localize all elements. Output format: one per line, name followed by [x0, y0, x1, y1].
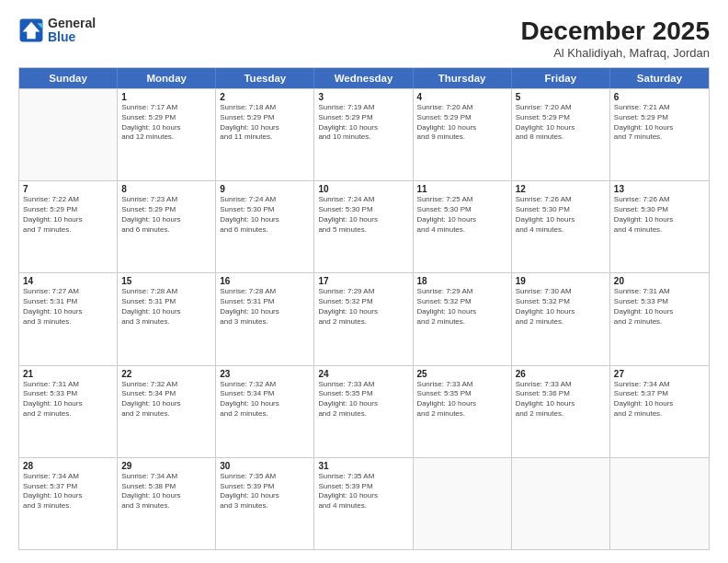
cell-info: Sunrise: 7:35 AM Sunset: 5:39 PM Dayligh…	[220, 472, 310, 511]
cal-cell-day-23: 23Sunrise: 7:32 AM Sunset: 5:34 PM Dayli…	[216, 366, 314, 457]
header-day-saturday: Saturday	[610, 68, 709, 88]
day-number: 13	[614, 184, 705, 194]
cal-cell-day-4: 4Sunrise: 7:20 AM Sunset: 5:29 PM Daylig…	[414, 89, 512, 180]
cal-cell-day-29: 29Sunrise: 7:34 AM Sunset: 5:38 PM Dayli…	[118, 458, 216, 549]
cal-cell-day-27: 27Sunrise: 7:34 AM Sunset: 5:37 PM Dayli…	[610, 366, 709, 457]
cell-info: Sunrise: 7:32 AM Sunset: 5:34 PM Dayligh…	[121, 380, 211, 419]
day-number: 30	[220, 461, 310, 471]
logo-icon	[18, 17, 44, 43]
cell-info: Sunrise: 7:28 AM Sunset: 5:31 PM Dayligh…	[121, 287, 211, 327]
cell-info: Sunrise: 7:26 AM Sunset: 5:30 PM Dayligh…	[614, 195, 705, 235]
logo: General Blue	[18, 17, 96, 45]
cal-cell-day-3: 3Sunrise: 7:19 AM Sunset: 5:29 PM Daylig…	[314, 89, 413, 180]
day-number: 24	[318, 369, 408, 379]
day-number: 28	[23, 461, 113, 471]
cell-info: Sunrise: 7:25 AM Sunset: 5:30 PM Dayligh…	[417, 195, 507, 235]
cell-info: Sunrise: 7:27 AM Sunset: 5:31 PM Dayligh…	[23, 287, 113, 327]
day-number: 18	[417, 276, 507, 286]
day-number: 1	[121, 92, 211, 102]
calendar-body: 1Sunrise: 7:17 AM Sunset: 5:29 PM Daylig…	[19, 88, 709, 549]
cal-cell-day-10: 10Sunrise: 7:24 AM Sunset: 5:30 PM Dayli…	[314, 181, 413, 272]
day-number: 11	[417, 184, 507, 194]
day-number: 23	[220, 369, 310, 379]
cell-info: Sunrise: 7:17 AM Sunset: 5:29 PM Dayligh…	[121, 103, 211, 143]
day-number: 3	[318, 92, 408, 102]
page: General Blue December 2025 Al Khalidiyah…	[0, 0, 728, 563]
cell-info: Sunrise: 7:35 AM Sunset: 5:39 PM Dayligh…	[318, 472, 408, 511]
cell-info: Sunrise: 7:20 AM Sunset: 5:29 PM Dayligh…	[417, 103, 507, 143]
cal-cell-day-18: 18Sunrise: 7:29 AM Sunset: 5:32 PM Dayli…	[414, 273, 512, 364]
cell-info: Sunrise: 7:31 AM Sunset: 5:33 PM Dayligh…	[614, 287, 705, 327]
cell-info: Sunrise: 7:34 AM Sunset: 5:37 PM Dayligh…	[614, 380, 705, 419]
cell-info: Sunrise: 7:29 AM Sunset: 5:32 PM Dayligh…	[318, 287, 408, 327]
cal-row-1: 1Sunrise: 7:17 AM Sunset: 5:29 PM Daylig…	[19, 88, 709, 180]
day-number: 9	[220, 184, 310, 194]
cell-info: Sunrise: 7:19 AM Sunset: 5:29 PM Dayligh…	[318, 103, 408, 143]
logo-text: General Blue	[48, 17, 96, 45]
cal-cell-day-5: 5Sunrise: 7:20 AM Sunset: 5:29 PM Daylig…	[512, 89, 610, 180]
day-number: 25	[417, 369, 507, 379]
calendar-header: SundayMondayTuesdayWednesdayThursdayFrid…	[19, 68, 709, 88]
cell-info: Sunrise: 7:34 AM Sunset: 5:37 PM Dayligh…	[23, 472, 113, 511]
cell-info: Sunrise: 7:20 AM Sunset: 5:29 PM Dayligh…	[516, 103, 606, 143]
header: General Blue December 2025 Al Khalidiyah…	[18, 17, 710, 60]
day-number: 22	[121, 369, 211, 379]
cell-info: Sunrise: 7:24 AM Sunset: 5:30 PM Dayligh…	[318, 195, 408, 235]
day-number: 29	[121, 461, 211, 471]
title-block: December 2025 Al Khalidiyah, Mafraq, Jor…	[521, 17, 710, 60]
cal-cell-day-6: 6Sunrise: 7:21 AM Sunset: 5:29 PM Daylig…	[610, 89, 709, 180]
cell-info: Sunrise: 7:34 AM Sunset: 5:38 PM Dayligh…	[121, 472, 211, 511]
day-number: 4	[417, 92, 507, 102]
day-number: 12	[516, 184, 606, 194]
header-day-wednesday: Wednesday	[314, 68, 413, 88]
cal-cell-day-20: 20Sunrise: 7:31 AM Sunset: 5:33 PM Dayli…	[610, 273, 709, 364]
cal-cell-day-21: 21Sunrise: 7:31 AM Sunset: 5:33 PM Dayli…	[19, 366, 118, 457]
header-day-friday: Friday	[512, 68, 610, 88]
cal-row-2: 7Sunrise: 7:22 AM Sunset: 5:29 PM Daylig…	[19, 180, 709, 272]
day-number: 10	[318, 184, 408, 194]
day-number: 15	[121, 276, 211, 286]
cal-cell-empty	[19, 89, 118, 180]
cell-info: Sunrise: 7:33 AM Sunset: 5:36 PM Dayligh…	[516, 380, 606, 419]
cell-info: Sunrise: 7:31 AM Sunset: 5:33 PM Dayligh…	[23, 380, 113, 419]
cal-row-4: 21Sunrise: 7:31 AM Sunset: 5:33 PM Dayli…	[19, 365, 709, 457]
cal-cell-day-11: 11Sunrise: 7:25 AM Sunset: 5:30 PM Dayli…	[414, 181, 512, 272]
cell-info: Sunrise: 7:23 AM Sunset: 5:29 PM Dayligh…	[121, 195, 211, 235]
cal-cell-day-7: 7Sunrise: 7:22 AM Sunset: 5:29 PM Daylig…	[19, 181, 118, 272]
cell-info: Sunrise: 7:30 AM Sunset: 5:32 PM Dayligh…	[516, 287, 606, 327]
day-number: 26	[516, 369, 606, 379]
day-number: 7	[23, 184, 113, 194]
location: Al Khalidiyah, Mafraq, Jordan	[521, 46, 710, 60]
day-number: 20	[614, 276, 705, 286]
day-number: 8	[121, 184, 211, 194]
month-title: December 2025	[521, 17, 710, 46]
cell-info: Sunrise: 7:22 AM Sunset: 5:29 PM Dayligh…	[23, 195, 113, 235]
day-number: 21	[23, 369, 113, 379]
cal-cell-day-19: 19Sunrise: 7:30 AM Sunset: 5:32 PM Dayli…	[512, 273, 610, 364]
cell-info: Sunrise: 7:33 AM Sunset: 5:35 PM Dayligh…	[318, 380, 408, 419]
cal-cell-day-2: 2Sunrise: 7:18 AM Sunset: 5:29 PM Daylig…	[216, 89, 314, 180]
cal-cell-day-16: 16Sunrise: 7:28 AM Sunset: 5:31 PM Dayli…	[216, 273, 314, 364]
day-number: 14	[23, 276, 113, 286]
header-day-sunday: Sunday	[19, 68, 118, 88]
cal-cell-day-31: 31Sunrise: 7:35 AM Sunset: 5:39 PM Dayli…	[314, 458, 413, 549]
cal-cell-day-9: 9Sunrise: 7:24 AM Sunset: 5:30 PM Daylig…	[216, 181, 314, 272]
day-number: 2	[220, 92, 310, 102]
day-number: 31	[318, 461, 408, 471]
cell-info: Sunrise: 7:18 AM Sunset: 5:29 PM Dayligh…	[220, 103, 310, 143]
cell-info: Sunrise: 7:21 AM Sunset: 5:29 PM Dayligh…	[614, 103, 705, 143]
cal-row-3: 14Sunrise: 7:27 AM Sunset: 5:31 PM Dayli…	[19, 272, 709, 364]
cal-row-5: 28Sunrise: 7:34 AM Sunset: 5:37 PM Dayli…	[19, 457, 709, 549]
cell-info: Sunrise: 7:28 AM Sunset: 5:31 PM Dayligh…	[220, 287, 310, 327]
cal-cell-day-12: 12Sunrise: 7:26 AM Sunset: 5:30 PM Dayli…	[512, 181, 610, 272]
cal-cell-day-15: 15Sunrise: 7:28 AM Sunset: 5:31 PM Dayli…	[118, 273, 216, 364]
cell-info: Sunrise: 7:29 AM Sunset: 5:32 PM Dayligh…	[417, 287, 507, 327]
cal-cell-day-1: 1Sunrise: 7:17 AM Sunset: 5:29 PM Daylig…	[118, 89, 216, 180]
cal-cell-empty	[512, 458, 610, 549]
calendar: SundayMondayTuesdayWednesdayThursdayFrid…	[18, 67, 710, 550]
cal-cell-day-14: 14Sunrise: 7:27 AM Sunset: 5:31 PM Dayli…	[19, 273, 118, 364]
cal-cell-day-17: 17Sunrise: 7:29 AM Sunset: 5:32 PM Dayli…	[314, 273, 413, 364]
day-number: 6	[614, 92, 705, 102]
cell-info: Sunrise: 7:26 AM Sunset: 5:30 PM Dayligh…	[516, 195, 606, 235]
cal-cell-day-13: 13Sunrise: 7:26 AM Sunset: 5:30 PM Dayli…	[610, 181, 709, 272]
